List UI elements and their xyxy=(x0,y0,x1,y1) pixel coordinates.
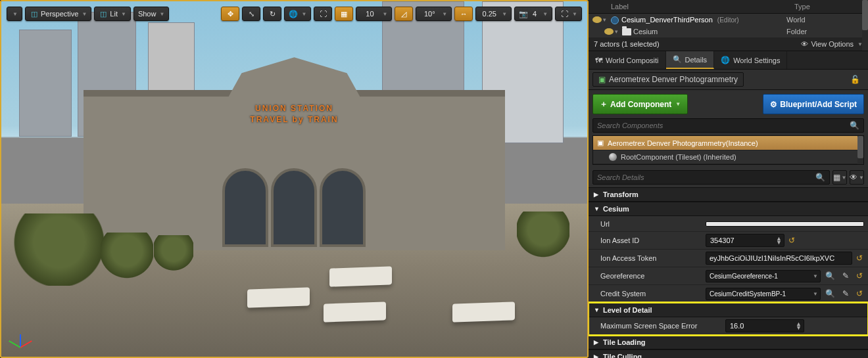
tree xyxy=(517,212,569,257)
actor-chip[interactable]: ▣ Aerometrex Denver Photogrammetry xyxy=(592,72,744,87)
search-details-input[interactable] xyxy=(597,173,815,181)
actor-icon: ▣ xyxy=(598,75,606,84)
marquee-line: TRAVEL by TRAIN xyxy=(250,114,338,125)
surface-snap-button[interactable]: ⛶ xyxy=(314,7,332,21)
property-label: Credit System xyxy=(600,290,706,298)
tab-details[interactable]: 🔍 Details xyxy=(666,51,715,69)
angle-size-button[interactable]: 10°▼ xyxy=(416,7,452,21)
tent xyxy=(247,288,310,308)
details-panel: ▣ Aerometrex Denver Photogrammetry 🔓 ＋ A… xyxy=(589,70,868,358)
category-label: Cesium xyxy=(603,205,629,213)
component-row-root[interactable]: RootComponent (Tileset) (Inherited) xyxy=(593,150,863,164)
tent xyxy=(324,302,386,322)
select-mode-button[interactable]: ✥ xyxy=(221,7,239,21)
outliner-row-folder[interactable]: ▾ Cesium Folder xyxy=(589,26,868,37)
show-button[interactable]: Show ▼ xyxy=(133,7,169,21)
property-matrix-button[interactable]: ▦▼ xyxy=(832,170,847,185)
grid-size-button[interactable]: 10▼ xyxy=(356,7,392,21)
lit-label: Lit xyxy=(110,10,118,18)
property-max-screen-space-error: Maximum Screen Space Error 16.0 ▲▼ xyxy=(589,317,868,335)
credit-system-dropdown[interactable]: CesiumCreditSystemBP-1▼ xyxy=(706,288,821,300)
scale-space-button[interactable]: 🌐▼ xyxy=(284,7,311,21)
lit-button[interactable]: ◫ Lit ▼ xyxy=(94,7,131,21)
station-marquee: UNION STATION TRAVEL by TRAIN xyxy=(250,103,338,125)
globe-icon: 🌐 xyxy=(721,56,730,64)
grid-icon: ▦ xyxy=(339,9,349,18)
tree xyxy=(13,213,105,286)
highlight-level-of-detail: ▼Level of Detail Maximum Screen Space Er… xyxy=(589,303,868,335)
search-icon: 🔍 xyxy=(850,121,859,130)
use-selected-icon[interactable]: ✎ xyxy=(839,287,852,300)
folder-icon xyxy=(621,27,632,36)
plus-icon: ＋ xyxy=(600,99,608,110)
tab-world-settings[interactable]: 🌐 World Settings xyxy=(714,51,787,69)
category-cesium[interactable]: ▼Cesium xyxy=(589,202,868,216)
tab-label: World Compositi xyxy=(606,56,659,64)
outliner-header-type[interactable]: Type xyxy=(789,0,868,13)
search-details[interactable]: 🔍 xyxy=(592,170,830,185)
translate-button[interactable]: ⤡ xyxy=(242,7,260,21)
search-components[interactable]: 🔍 xyxy=(592,118,864,133)
spinner-icon[interactable]: ▲▼ xyxy=(796,322,802,330)
visibility-toggle[interactable] xyxy=(603,28,615,35)
reset-button[interactable]: ↺ xyxy=(855,254,864,263)
scale-snap-value-button[interactable]: 0.25▼ xyxy=(475,7,512,21)
msse-input[interactable]: 16.0 ▲▼ xyxy=(725,319,804,332)
reset-button[interactable]: ↺ xyxy=(787,236,796,245)
components-scrollbar[interactable] xyxy=(857,136,863,164)
viewport-scene: UNION STATION TRAVEL by TRAIN xyxy=(1,1,587,357)
outliner-header-label[interactable]: Label xyxy=(589,0,789,13)
asset-id-input[interactable]: 354307 ▲▼ xyxy=(706,234,784,247)
tab-world-composition[interactable]: 🗺 World Compositi xyxy=(589,51,666,69)
spinner-icon[interactable]: ▲▼ xyxy=(776,236,782,244)
details-icon: 🔍 xyxy=(673,55,682,64)
row-type: Folder xyxy=(786,28,865,35)
rotate-button[interactable]: ↻ xyxy=(263,7,281,21)
perspective-label: Perspective xyxy=(41,10,78,18)
scale-snap-button[interactable]: ↔ xyxy=(454,7,473,21)
view-options-button[interactable]: 👁View Options▼ xyxy=(801,40,863,48)
component-row-instance[interactable]: ▣ Aerometrex Denver Photogrammetry(Insta… xyxy=(593,136,863,150)
outliner-row-world[interactable]: ▾ Cesium_DenverThirdPerson (Editor) Worl… xyxy=(589,14,868,26)
reset-button[interactable]: ↺ xyxy=(855,289,864,298)
viewport-menu-button[interactable]: ▼ xyxy=(7,7,22,21)
georeference-dropdown[interactable]: CesiumGeoreference-1▼ xyxy=(706,270,821,282)
expand-toggle[interactable]: ▾ xyxy=(603,16,610,23)
category-tile-loading[interactable]: ▶Tile Loading xyxy=(589,335,868,349)
add-component-button[interactable]: ＋ Add Component ▼ xyxy=(592,94,688,114)
property-label: Url xyxy=(600,220,706,228)
reset-button[interactable]: ↺ xyxy=(855,271,864,280)
component-label: Aerometrex Denver Photogrammetry(Instanc… xyxy=(608,139,758,147)
search-components-input[interactable] xyxy=(597,122,850,129)
url-input[interactable] xyxy=(706,221,864,227)
viewport-3d[interactable]: UNION STATION TRAVEL by TRAIN ▼ ◫ Perspe… xyxy=(0,0,589,358)
cube-icon: ◫ xyxy=(30,9,39,18)
property-list: ▶Transform ▼Cesium Url Ion Asset ID 3543… xyxy=(589,187,868,358)
camera-speed-button[interactable]: 📷4▼ xyxy=(514,7,552,21)
category-transform[interactable]: ▶Transform xyxy=(589,187,868,202)
expand-toggle[interactable]: ▾ xyxy=(615,28,621,35)
token-input[interactable]: eyJhbGciOiJIUzI1NiIsInR5cCI6IkpXVC xyxy=(706,252,852,265)
viewport-maximize-button[interactable]: ⛶▼ xyxy=(555,7,582,21)
find-icon[interactable]: 🔍 xyxy=(823,287,836,300)
angle-icon: ◿ xyxy=(399,9,408,18)
view-options-button[interactable]: 👁▼ xyxy=(850,170,864,185)
components-list: ▣ Aerometrex Denver Photogrammetry(Insta… xyxy=(592,135,864,165)
scale-value: 0.25 xyxy=(480,10,498,18)
angle-snap-button[interactable]: ◿ xyxy=(395,7,413,21)
outliner-header: Label Type xyxy=(589,0,868,14)
lock-icon[interactable]: 🔓 xyxy=(850,75,864,84)
visibility-toggle[interactable] xyxy=(591,16,603,23)
perspective-button[interactable]: ◫ Perspective ▼ xyxy=(25,7,91,21)
building-crest xyxy=(228,57,360,97)
use-selected-icon[interactable]: ✎ xyxy=(839,269,852,282)
grid-snap-button[interactable]: ▦ xyxy=(335,7,353,21)
category-level-of-detail[interactable]: ▼Level of Detail xyxy=(589,303,868,317)
expand-icon: ⛶ xyxy=(560,9,569,18)
category-tile-culling[interactable]: ▶Tile Culling xyxy=(589,349,868,358)
blueprint-button[interactable]: ⚙ Blueprint/Add Script xyxy=(763,94,864,114)
outliner-scrollbar[interactable] xyxy=(862,0,868,51)
viewport-toolbar-right: ✥ ⤡ ↻ 🌐▼ ⛶ ▦ 10▼ ◿ 10°▼ ↔ 0.25▼ 📷4▼ ⛶▼ xyxy=(218,4,585,24)
find-icon[interactable]: 🔍 xyxy=(823,269,836,282)
blueprint-icon: ⚙ xyxy=(770,100,777,109)
